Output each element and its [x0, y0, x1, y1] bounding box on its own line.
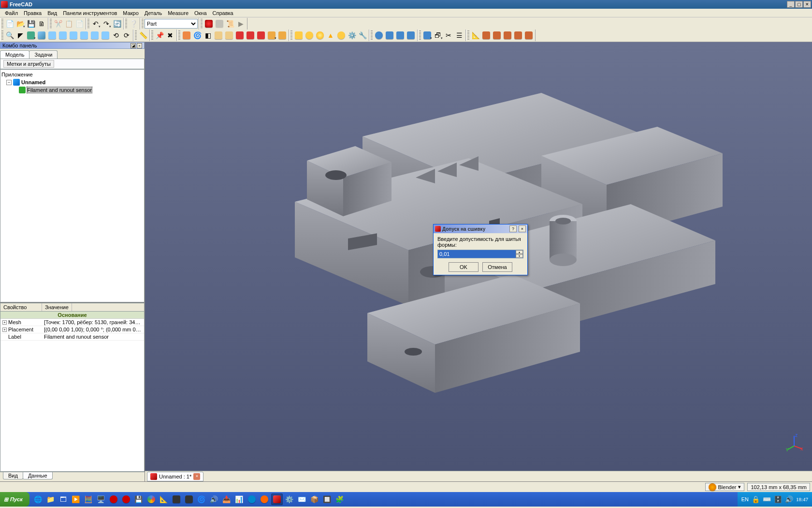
3d-viewport[interactable]: x y z Допуск на сшивку ? × Введите допус… [145, 42, 812, 471]
combo-pin-button[interactable]: 📌 [154, 30, 165, 41]
fit-selection-button[interactable]: ◤ [15, 30, 26, 41]
minimize-button[interactable]: _ [787, 1, 795, 8]
part-primitives-button[interactable]: ⚙️ [347, 30, 357, 41]
redo-button[interactable]: ↷ [101, 18, 112, 29]
new-doc-button[interactable]: 📄 [4, 18, 15, 29]
macro-stop-button[interactable] [214, 18, 225, 29]
tab-view-props[interactable]: Вид [3, 472, 23, 479]
whats-this-button[interactable]: ❔ [128, 18, 139, 29]
top-view-button[interactable] [58, 30, 68, 41]
tab-data-props[interactable]: Данные [23, 472, 53, 479]
measure-2-button[interactable] [481, 30, 492, 41]
doc-tab-close-button[interactable]: × [193, 473, 200, 480]
prop-row-placement[interactable]: +Placement [(0,00 0,00 1,00); 0,000 °; (… [0, 326, 144, 333]
open-doc-button[interactable]: 📂 [15, 18, 26, 29]
menu-edit[interactable]: Правка [21, 10, 44, 16]
part-cone-button[interactable]: ▲ [325, 30, 336, 41]
tray-icon[interactable]: 🔊 [785, 496, 793, 503]
panel-close-button[interactable]: × [137, 43, 142, 48]
spin-up-button[interactable]: ▲ [516, 250, 523, 254]
labels-attributes-tab[interactable]: Метки и атрибуты [3, 60, 54, 68]
doc-tab[interactable]: Unnamed : 1* × [147, 472, 203, 481]
measure-3-button[interactable] [492, 30, 502, 41]
cross-sections-button[interactable]: ☰ [454, 30, 464, 41]
taskbar-icon[interactable]: 🗔 [58, 493, 69, 505]
macros-button[interactable]: 📜 [225, 18, 235, 29]
prop-row-label[interactable]: Label Filament and runout sensor [0, 333, 144, 341]
tray-icon[interactable]: 🗄️ [774, 496, 782, 503]
model-tree[interactable]: Приложение − Unnamed Filament and runout… [0, 69, 145, 302]
menu-help[interactable]: Справка [210, 10, 236, 16]
taskbar-icon[interactable]: 🔊 [208, 493, 220, 505]
taskbar-icon[interactable]: ▶️ [70, 493, 82, 505]
bottom-view-button[interactable] [89, 30, 100, 41]
measure-4-button[interactable] [502, 30, 513, 41]
copy-button[interactable]: 📋 [63, 18, 74, 29]
fragments-button[interactable]: 🗗 [433, 30, 443, 41]
menu-macro[interactable]: Макро [120, 10, 141, 16]
collapse-icon[interactable]: − [6, 80, 12, 85]
draw-style-button[interactable] [26, 30, 36, 41]
dialog-help-button[interactable]: ? [509, 225, 517, 232]
menu-part[interactable]: Деталь [142, 10, 165, 16]
taskbar-icon[interactable]: 🧩 [334, 493, 346, 505]
part-ruled-button[interactable] [234, 30, 245, 41]
taskbar-icon[interactable] [183, 493, 195, 505]
right-view-button[interactable] [68, 30, 79, 41]
front-view-button[interactable] [47, 30, 58, 41]
taskbar-icon[interactable]: 📁 [45, 493, 57, 505]
measure-5-button[interactable] [513, 30, 523, 41]
measure-linear-button[interactable]: 📏 [138, 30, 148, 41]
part-loft-button[interactable] [245, 30, 256, 41]
taskbar-icon[interactable] [246, 493, 258, 505]
cut-button[interactable]: ✂️ [53, 18, 63, 29]
part-mirror-button[interactable]: ◧ [203, 30, 213, 41]
menu-view[interactable]: Вид [44, 10, 60, 16]
taskbar-icon[interactable]: 🔲 [321, 493, 333, 505]
cut-bool-button[interactable] [384, 30, 395, 41]
nav-style-selector[interactable]: Blender▾ [705, 483, 745, 491]
tree-item[interactable]: Filament and runout sensor [1, 86, 143, 94]
part-cylinder-button[interactable] [304, 30, 315, 41]
start-button[interactable]: ⊞ Пуск [0, 492, 29, 507]
compound-button[interactable] [422, 30, 433, 41]
expand-icon[interactable]: + [2, 320, 7, 325]
menu-measure[interactable]: Measure [165, 10, 191, 16]
measure-6-button[interactable] [523, 30, 534, 41]
part-torus-button[interactable] [336, 30, 347, 41]
taskbar-icon[interactable]: 🧮 [83, 493, 94, 505]
tray-icon[interactable]: ⌨️ [763, 496, 771, 503]
taskbar-icon[interactable] [108, 493, 119, 505]
intersect-button[interactable] [406, 30, 416, 41]
menu-toolbars[interactable]: Панели инструментов [60, 10, 120, 16]
part-box-button[interactable] [293, 30, 304, 41]
expand-icon[interactable]: + [2, 328, 7, 332]
union-button[interactable] [395, 30, 406, 41]
tree-root[interactable]: Приложение [1, 71, 143, 78]
part-revolve-button[interactable]: 🌀 [192, 30, 203, 41]
taskbar-icon[interactable]: 💾 [133, 493, 145, 505]
part-extrude-button[interactable] [181, 30, 192, 41]
rotate-left-button[interactable]: ⟲ [111, 30, 121, 41]
tree-doc[interactable]: − Unnamed [1, 78, 143, 86]
close-button[interactable]: ✕ [803, 1, 811, 8]
rotate-right-button[interactable]: ⟳ [121, 30, 132, 41]
taskbar-icon[interactable]: 📥 [221, 493, 232, 505]
part-sphere-button[interactable] [315, 30, 325, 41]
taskbar-icon[interactable] [171, 493, 182, 505]
taskbar-icon[interactable] [145, 493, 157, 505]
dialog-cancel-button[interactable]: Отмена [482, 262, 512, 272]
section-button[interactable]: ✂ [443, 30, 454, 41]
tab-tasks[interactable]: Задачи [29, 50, 58, 59]
taskbar-freecad-button[interactable] [271, 493, 283, 505]
boolean-button[interactable] [374, 30, 384, 41]
part-builder-button[interactable]: 🔧 [357, 30, 368, 41]
taskbar-icon[interactable] [120, 493, 132, 505]
menu-windows[interactable]: Окна [191, 10, 210, 16]
menu-file[interactable]: Файл [2, 10, 21, 16]
left-view-button[interactable] [100, 30, 111, 41]
taskbar-icon[interactable]: 🌀 [196, 493, 207, 505]
fit-all-button[interactable]: 🔍 [4, 30, 15, 41]
part-chamfer-button[interactable] [224, 30, 234, 41]
taskbar-icon[interactable] [259, 493, 270, 505]
